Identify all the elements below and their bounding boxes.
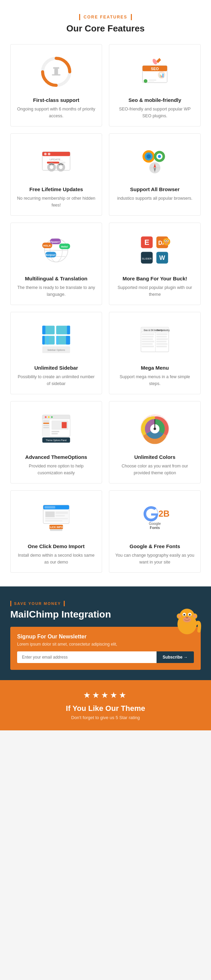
- svg-text:Fonts: Fonts: [150, 525, 160, 530]
- feature-desc-themeoptions: Provided more option to help cusomizatio…: [16, 463, 97, 476]
- svg-point-61: [167, 240, 168, 242]
- feature-card-sidebar: Sidebar Options Unlimited Sidebar Possib…: [10, 312, 102, 394]
- feature-title-colors: Unlimited Colors: [114, 454, 195, 460]
- svg-text:SEO: SEO: [151, 67, 159, 71]
- svg-text:2B: 2B: [158, 509, 169, 519]
- svg-rect-104: [62, 422, 66, 428]
- svg-rect-102: [43, 427, 49, 428]
- svg-rect-91: [157, 343, 168, 345]
- svg-rect-80: [142, 333, 154, 335]
- feature-title-sidebar: Unlimited Sidebar: [16, 365, 97, 371]
- mailchimp-monkey-icon: [168, 592, 206, 636]
- svg-text:1-CLICK IMPORT: 1-CLICK IMPORT: [46, 525, 66, 529]
- feature-card-support: First-class support Ongoing support with…: [10, 44, 102, 127]
- feature-desc-demo: Install demo within a second looks same …: [16, 552, 97, 566]
- svg-point-16: [48, 153, 50, 155]
- feature-icon-themeoptions: Theme Options Panel: [16, 408, 97, 449]
- feature-icon-sidebar: Sidebar Options: [16, 319, 97, 360]
- svg-point-15: [44, 153, 46, 155]
- newsletter-subscribe-button[interactable]: Subscribe →: [157, 651, 194, 663]
- feature-icon-support: [16, 51, 97, 92]
- svg-rect-115: [45, 506, 56, 509]
- svg-rect-85: [142, 346, 154, 347]
- feature-icon-plugins: E DA SLIDER W: [114, 230, 195, 271]
- svg-text:UPDATE...: UPDATE...: [50, 158, 63, 161]
- svg-rect-106: [52, 433, 58, 434]
- svg-text:Bonjour!: Bonjour!: [46, 253, 56, 256]
- feature-card-colors: Unlimited Colors Choose color as you wan…: [109, 401, 201, 484]
- svg-rect-87: [157, 333, 168, 335]
- svg-point-9: [144, 80, 148, 83]
- feature-desc-seo: SEO-friendly and support popular WP SEO …: [114, 106, 195, 119]
- feature-title-support: First-class support: [16, 97, 97, 103]
- mailchimp-section: SAVE YOUR MONEY MailChimp Integration Si…: [0, 586, 211, 680]
- feature-card-seo: SEO 📊 Seo & mobile-friendly SEO-friendly…: [109, 44, 201, 127]
- feature-card-updates: UPDATE... Free Lifetime Updates No recur…: [10, 134, 102, 216]
- section-title: Our Core Features: [10, 23, 201, 34]
- svg-point-24: [147, 154, 151, 159]
- feature-title-browser: Support All Browser: [114, 186, 195, 192]
- features-grid: First-class support Ongoing support with…: [10, 44, 201, 573]
- svg-point-143: [193, 615, 196, 617]
- feature-card-themeoptions: Theme Options Panel Advanced ThemeOption…: [10, 401, 102, 484]
- newsletter-form: Subscribe →: [17, 651, 194, 663]
- svg-point-137: [184, 614, 185, 616]
- feature-title-fonts: Google & Free Fonts: [114, 543, 195, 549]
- newsletter-email-input[interactable]: [17, 651, 157, 663]
- svg-point-96: [48, 416, 50, 418]
- svg-rect-100: [43, 423, 49, 424]
- svg-rect-68: [43, 336, 45, 344]
- feature-card-multilingual: HOLA! Привет! Hello! Bonjour! Multilingu…: [10, 223, 102, 305]
- feature-desc-colors: Choose color as you want from our provid…: [114, 463, 195, 476]
- feature-icon-browser: [114, 140, 195, 181]
- feature-icon-updates: UPDATE...: [16, 140, 97, 181]
- svg-rect-3: [52, 74, 60, 76]
- svg-rect-71: [56, 336, 59, 344]
- feature-icon-fonts: 2B Google Fonts: [114, 498, 195, 539]
- svg-rect-10: [149, 80, 157, 81]
- svg-rect-118: [56, 512, 68, 514]
- svg-point-141: [178, 615, 181, 617]
- svg-text:E: E: [144, 238, 149, 247]
- svg-rect-82: [142, 338, 153, 340]
- svg-point-139: [185, 617, 189, 619]
- svg-rect-121: [46, 520, 63, 522]
- feature-desc-multilingual: The theme is ready to be translate to an…: [16, 284, 97, 298]
- svg-rect-83: [142, 341, 154, 343]
- feature-desc-updates: No recurring membership or other hidden …: [16, 195, 97, 208]
- feature-desc-megamenu: Support mega menus in a few simple steps…: [114, 374, 195, 387]
- feature-title-updates: Free Lifetime Updates: [16, 186, 97, 192]
- feature-icon-colors: [114, 408, 195, 449]
- mailchimp-label-text: SAVE YOUR MONEY: [10, 601, 65, 606]
- svg-text:SLIDER: SLIDER: [142, 257, 152, 260]
- feature-card-megamenu: Gas & Oil Industry Our Industry Projects: [109, 312, 201, 394]
- svg-rect-131: [181, 598, 193, 609]
- feature-card-browser: Support All Browser industico supports a…: [109, 134, 201, 216]
- svg-point-138: [189, 614, 191, 616]
- feature-title-megamenu: Mega Menu: [114, 365, 195, 371]
- feature-icon-seo: SEO 📊: [114, 51, 195, 92]
- svg-text:Theme Options Panel: Theme Options Panel: [46, 439, 67, 442]
- svg-text:HOLA!: HOLA!: [43, 244, 51, 247]
- svg-rect-64: [43, 326, 46, 334]
- svg-rect-101: [43, 425, 49, 426]
- newsletter-desc: Lorem ipsum dolor sit amet, consectetur …: [17, 642, 194, 647]
- feature-card-fonts: 2B Google Fonts Google & Free Fonts You …: [109, 490, 201, 573]
- feature-card-demo: 1-CLICK IMPORT One Click Demo Import Ins…: [10, 490, 102, 573]
- feature-desc-fonts: You can change typography easily as you …: [114, 552, 195, 566]
- svg-rect-124: [50, 529, 62, 531]
- feature-desc-support: Ongoing support with 6 months of priorit…: [16, 106, 97, 119]
- svg-point-57: [163, 238, 170, 245]
- svg-point-112: [153, 428, 156, 430]
- feature-title-plugins: More Bang For Your Buck!: [114, 275, 195, 282]
- core-features-section: CORE FEATURES Our Core Features First-cl…: [0, 0, 211, 586]
- svg-rect-89: [157, 338, 168, 340]
- svg-rect-92: [157, 346, 167, 347]
- rating-title: If You Like Our Theme: [7, 704, 204, 713]
- feature-title-themeoptions: Advanced ThemeOptions: [16, 454, 97, 460]
- feature-icon-multilingual: HOLA! Привет! Hello! Bonjour!: [16, 230, 97, 271]
- svg-text:📊: 📊: [159, 73, 165, 78]
- svg-rect-66: [67, 326, 70, 334]
- feature-card-plugins: E DA SLIDER W: [109, 223, 201, 305]
- rating-subtitle: Don't forget to give us 5 Star rating: [7, 715, 204, 720]
